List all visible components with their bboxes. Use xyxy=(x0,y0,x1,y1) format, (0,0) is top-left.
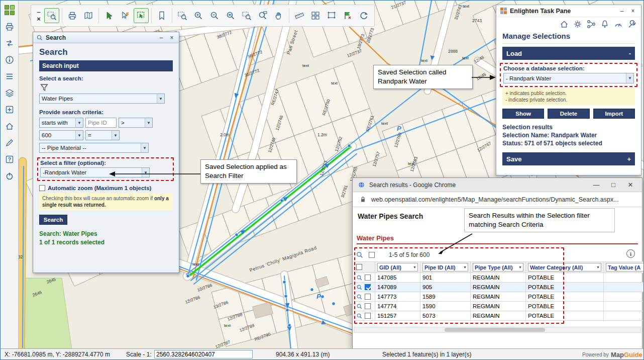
table-row[interactable]: 147085901REGMAINPOTABLE xyxy=(354,273,644,283)
search-icon[interactable] xyxy=(356,251,364,259)
chrome-minimize-button[interactable]: — xyxy=(590,181,603,189)
operator-select-2[interactable]: >▼ xyxy=(119,118,153,128)
chrome-close-button[interactable]: ✕ xyxy=(624,181,637,189)
row-search-icon[interactable] xyxy=(356,275,363,281)
enlighten-task-pane: Enlighten Task Pane – × Manage Selection… xyxy=(496,5,641,175)
info-icon[interactable]: i xyxy=(626,249,635,258)
zoom-window-button[interactable] xyxy=(175,8,190,23)
row-checkbox[interactable] xyxy=(365,284,371,290)
swap-panels-button[interactable] xyxy=(3,37,16,50)
db-selection-select[interactable]: - Randpark Water▼ xyxy=(503,73,634,83)
scrollbar-thumb[interactable] xyxy=(445,328,545,332)
delete-button[interactable]: Delete xyxy=(548,109,589,119)
info-button[interactable] xyxy=(3,53,16,66)
pipe-id-field[interactable]: Pipe ID xyxy=(85,118,117,128)
clear-selection-button[interactable] xyxy=(340,8,355,23)
column-filter-gid[interactable]: GID (All)▼ xyxy=(377,263,418,272)
search-panel: Search – × Search Search input Select a … xyxy=(33,32,179,273)
pipe-material-select[interactable]: -- Pipe Material --▼ xyxy=(39,143,149,153)
measure-button[interactable] xyxy=(292,8,307,23)
bell-icon[interactable] xyxy=(600,19,609,28)
horizontal-scrollbar[interactable] xyxy=(354,327,641,333)
row-search-icon[interactable] xyxy=(356,303,363,310)
table-row[interactable]: 1512575073REGMAINPOTABLE xyxy=(354,311,644,321)
select-box-button[interactable] xyxy=(134,8,149,23)
show-button[interactable]: Show xyxy=(502,109,544,119)
help-button[interactable] xyxy=(3,153,16,166)
map-book-button[interactable] xyxy=(81,8,96,23)
value-select[interactable]: 600▼ xyxy=(39,130,83,140)
select-area-search-button[interactable] xyxy=(44,8,59,23)
wrench-icon[interactable] xyxy=(627,19,636,28)
select-all-checkbox[interactable] xyxy=(369,252,375,258)
row-checkbox[interactable] xyxy=(365,313,371,319)
print-button[interactable] xyxy=(3,20,16,33)
zoom-in-button[interactable] xyxy=(191,8,206,23)
select-lightning-button[interactable] xyxy=(118,8,133,23)
layers-button[interactable] xyxy=(3,86,16,100)
search-type-select[interactable]: Water Pipes▼ xyxy=(39,94,165,104)
import-button[interactable]: Import xyxy=(593,109,635,119)
autozoom-checkbox[interactable] xyxy=(39,185,45,191)
load-section-header[interactable]: Load - xyxy=(502,47,635,60)
toolbar-close-button[interactable]: × xyxy=(37,16,41,22)
search-button[interactable]: Search xyxy=(39,215,67,225)
zoom-previous-button[interactable] xyxy=(223,8,238,23)
pan-button[interactable] xyxy=(271,8,286,23)
header-checkbox[interactable] xyxy=(356,264,362,270)
bookmark-button[interactable] xyxy=(154,8,169,23)
gear-icon[interactable] xyxy=(573,19,582,28)
refresh-button[interactable] xyxy=(356,8,371,23)
expand-toggle[interactable]: + xyxy=(627,155,631,163)
save-section-header[interactable]: Save + xyxy=(502,152,635,165)
cell-pipe-id: 1590 xyxy=(420,302,471,311)
operator-select-1[interactable]: starts with▼ xyxy=(39,118,83,128)
gauge-icon[interactable] xyxy=(613,19,622,28)
add-layer-button[interactable] xyxy=(3,103,16,116)
home-view-button[interactable] xyxy=(3,120,16,133)
table-row[interactable]: 1477731589REGMAINPOTABLE xyxy=(354,292,644,302)
select-arrow-button[interactable] xyxy=(101,8,117,23)
row-checkbox[interactable] xyxy=(365,294,371,300)
workflow-icon[interactable] xyxy=(586,19,595,28)
toolbar-collapse-button[interactable]: – xyxy=(37,9,40,15)
search-panel-titlebar[interactable]: Search – × xyxy=(33,32,179,43)
results-table: GID (All)▼ Pipe ID (All)▼ Pipe Type (All… xyxy=(354,261,644,321)
collapse-toggle[interactable]: - xyxy=(629,50,631,57)
table-row[interactable]: 147089905REGMAINPOTABLE xyxy=(354,283,644,292)
filter-select[interactable]: -Randpark Water▼ xyxy=(40,167,150,177)
table-row[interactable]: 1477741590REGMAINPOTABLE xyxy=(354,302,644,311)
column-filter-water-category[interactable]: Water Category (All)▼ xyxy=(528,263,601,272)
row-checkbox[interactable] xyxy=(365,303,371,309)
task-pane-titlebar[interactable]: Enlighten Task Pane – × xyxy=(496,5,641,17)
redline-button[interactable] xyxy=(3,136,16,149)
task-pane-close-button[interactable]: × xyxy=(629,8,637,15)
print-map-button[interactable] xyxy=(65,8,80,23)
pagination-text: 1-5 of 5 for 600 xyxy=(389,251,430,258)
scale-input[interactable] xyxy=(154,350,253,358)
column-filter-pipe-type[interactable]: Pipe Type (All)▼ xyxy=(473,263,523,272)
column-filter-tag-value[interactable]: Tag Value (A xyxy=(606,263,644,272)
operator-select-3[interactable]: =▼ xyxy=(85,130,120,140)
chrome-titlebar[interactable]: Search results - Google Chrome — □ ✕ xyxy=(353,178,642,192)
chrome-address-bar[interactable]: web.openspatial.com/enlighten5/Map_Manag… xyxy=(353,192,642,207)
row-checkbox[interactable] xyxy=(365,275,371,281)
row-search-icon[interactable] xyxy=(356,294,363,300)
search-panel-close-button[interactable]: × xyxy=(168,34,176,41)
power-button[interactable] xyxy=(3,169,16,183)
grid-button[interactable] xyxy=(308,8,323,23)
select-polygon-button[interactable] xyxy=(324,8,339,23)
row-search-icon[interactable] xyxy=(356,284,363,291)
search-panel-minimize-button[interactable]: – xyxy=(157,34,165,41)
row-search-icon[interactable] xyxy=(356,313,363,319)
task-pane-minimize-button[interactable]: – xyxy=(618,8,626,15)
zoom-out-button[interactable] xyxy=(207,8,222,23)
zoom-selected-button[interactable] xyxy=(255,8,270,23)
column-filter-pipe-id[interactable]: Pipe ID (All)▼ xyxy=(422,263,468,272)
saved-selection-callout: Saved Selection called Randpark Water xyxy=(373,65,473,89)
layer-list-button[interactable] xyxy=(3,70,16,83)
home-icon[interactable] xyxy=(559,19,568,28)
chrome-maximize-button[interactable]: □ xyxy=(607,181,620,189)
zoom-extents-button[interactable] xyxy=(239,8,254,23)
legend-grid-button[interactable] xyxy=(3,4,16,17)
